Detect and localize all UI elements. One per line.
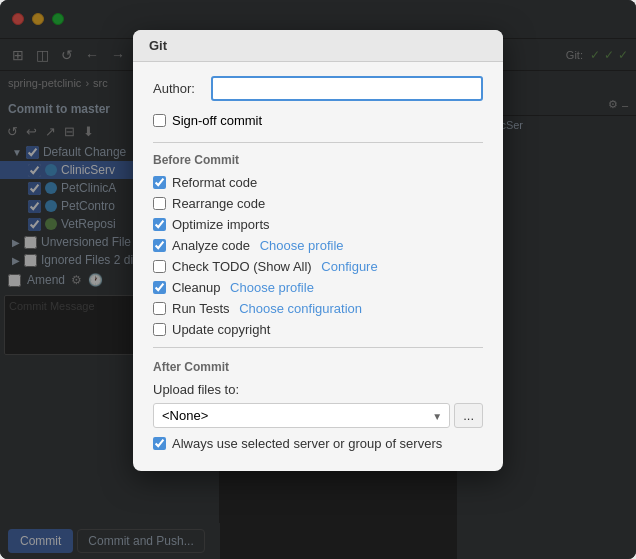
upload-row: <None> ▼ ... [153, 403, 483, 428]
modal-overlay: Git Author: Sign-off commit Before Commi… [0, 0, 636, 559]
option-copyright: Update copyright [153, 322, 483, 337]
after-commit-section: After Commit Upload files to: <None> ▼ .… [153, 360, 483, 451]
runtests-link[interactable]: Choose configuration [239, 301, 362, 316]
option-rearrange: Rearrange code [153, 196, 483, 211]
todo-label: Check TODO (Show All) [172, 259, 315, 274]
sign-off-checkbox[interactable] [153, 114, 166, 127]
analyze-label: Analyze code [172, 238, 254, 253]
author-input[interactable] [211, 76, 483, 101]
sign-off-label: Sign-off commit [172, 113, 262, 128]
optimize-checkbox[interactable] [153, 218, 166, 231]
divider1 [153, 142, 483, 143]
always-use-row: Always use selected server or group of s… [153, 436, 483, 451]
after-commit-label: After Commit [153, 360, 483, 374]
rearrange-label: Rearrange code [172, 196, 265, 211]
dialog-title: Git [133, 30, 503, 62]
git-dialog: Git Author: Sign-off commit Before Commi… [133, 30, 503, 471]
option-reformat: Reformat code [153, 175, 483, 190]
copyright-checkbox[interactable] [153, 323, 166, 336]
cleanup-checkbox[interactable] [153, 281, 166, 294]
runtests-label: Run Tests [172, 301, 233, 316]
option-analyze: Analyze code Choose profile [153, 238, 483, 253]
option-runtests: Run Tests Choose configuration [153, 301, 483, 316]
analyze-link[interactable]: Choose profile [260, 238, 344, 253]
cleanup-label: Cleanup [172, 280, 224, 295]
runtests-checkbox[interactable] [153, 302, 166, 315]
reformat-checkbox[interactable] [153, 176, 166, 189]
always-use-label: Always use selected server or group of s… [172, 436, 442, 451]
dialog-body: Author: Sign-off commit Before Commit Re… [133, 62, 503, 471]
divider2 [153, 347, 483, 348]
sign-off-row: Sign-off commit [153, 113, 483, 128]
todo-link[interactable]: Configure [321, 259, 377, 274]
copyright-label: Update copyright [172, 322, 270, 337]
upload-select[interactable]: <None> [153, 403, 450, 428]
always-use-checkbox[interactable] [153, 437, 166, 450]
upload-select-wrapper: <None> ▼ [153, 403, 450, 428]
author-label: Author: [153, 81, 203, 96]
upload-label: Upload files to: [153, 382, 483, 397]
before-commit-label: Before Commit [153, 153, 483, 167]
option-todo: Check TODO (Show All) Configure [153, 259, 483, 274]
analyze-checkbox[interactable] [153, 239, 166, 252]
cleanup-link[interactable]: Choose profile [230, 280, 314, 295]
todo-checkbox[interactable] [153, 260, 166, 273]
reformat-label: Reformat code [172, 175, 257, 190]
option-optimize: Optimize imports [153, 217, 483, 232]
option-cleanup: Cleanup Choose profile [153, 280, 483, 295]
optimize-label: Optimize imports [172, 217, 270, 232]
rearrange-checkbox[interactable] [153, 197, 166, 210]
author-row: Author: [153, 76, 483, 101]
browse-button[interactable]: ... [454, 403, 483, 428]
